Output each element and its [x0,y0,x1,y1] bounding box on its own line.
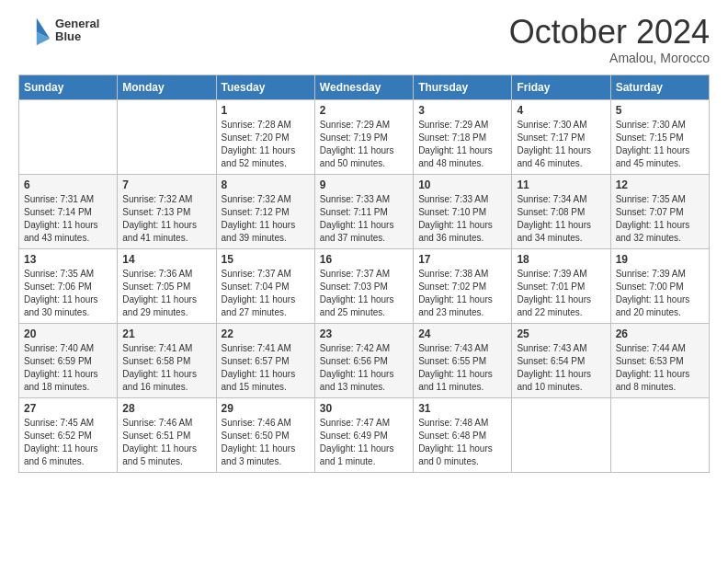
logo: General Blue [18,14,99,47]
day-number: 4 [517,104,605,117]
weekday-header: Friday [512,75,610,99]
day-number: 24 [418,327,506,340]
logo-line1: General [55,17,99,30]
week-row: 27Sunrise: 7:45 AM Sunset: 6:52 PM Dayli… [19,397,710,472]
day-number: 31 [418,402,506,415]
day-info: Sunrise: 7:43 AM Sunset: 6:55 PM Dayligh… [418,342,506,394]
weekday-header: Wednesday [314,75,413,99]
day-number: 12 [616,178,704,191]
day-info: Sunrise: 7:39 AM Sunset: 7:00 PM Dayligh… [616,268,704,319]
calendar-cell: 25Sunrise: 7:43 AM Sunset: 6:54 PM Dayli… [512,323,610,397]
calendar-cell: 8Sunrise: 7:32 AM Sunset: 7:12 PM Daylig… [216,174,314,248]
week-row: 6Sunrise: 7:31 AM Sunset: 7:14 PM Daylig… [19,174,710,248]
day-info: Sunrise: 7:28 AM Sunset: 7:20 PM Dayligh… [222,119,310,170]
day-info: Sunrise: 7:46 AM Sunset: 6:50 PM Dayligh… [222,417,310,468]
day-number: 7 [122,178,210,191]
calendar-cell: 4Sunrise: 7:30 AM Sunset: 7:17 PM Daylig… [512,99,610,174]
day-info: Sunrise: 7:39 AM Sunset: 7:01 PM Dayligh… [517,268,605,319]
weekday-header: Thursday [414,75,512,99]
day-number: 3 [418,104,506,117]
logo-line2: Blue [55,30,99,43]
week-row: 20Sunrise: 7:40 AM Sunset: 6:59 PM Dayli… [19,323,710,397]
day-number: 22 [222,327,310,340]
calendar-cell: 7Sunrise: 7:32 AM Sunset: 7:13 PM Daylig… [118,174,216,248]
day-number: 26 [616,327,704,340]
day-number: 15 [222,253,310,266]
day-number: 9 [320,178,408,191]
day-number: 14 [122,253,210,266]
day-number: 19 [616,253,704,266]
day-info: Sunrise: 7:43 AM Sunset: 6:54 PM Dayligh… [517,342,605,394]
calendar-cell: 18Sunrise: 7:39 AM Sunset: 7:01 PM Dayli… [512,248,610,323]
header-row: SundayMondayTuesdayWednesdayThursdayFrid… [19,75,710,99]
day-number: 10 [418,178,506,191]
day-number: 1 [222,104,310,117]
day-info: Sunrise: 7:44 AM Sunset: 6:53 PM Dayligh… [616,342,704,394]
calendar-cell: 30Sunrise: 7:47 AM Sunset: 6:49 PM Dayli… [314,397,413,472]
calendar-cell: 19Sunrise: 7:39 AM Sunset: 7:00 PM Dayli… [610,248,709,323]
day-number: 25 [517,327,605,340]
day-number: 8 [222,178,310,191]
day-info: Sunrise: 7:34 AM Sunset: 7:08 PM Dayligh… [517,193,605,245]
day-number: 28 [122,402,210,415]
calendar-cell: 17Sunrise: 7:38 AM Sunset: 7:02 PM Dayli… [414,248,512,323]
day-info: Sunrise: 7:35 AM Sunset: 7:06 PM Dayligh… [24,268,112,319]
title-block: October 2024 Amalou, Morocco [509,14,710,65]
day-info: Sunrise: 7:35 AM Sunset: 7:07 PM Dayligh… [616,193,704,245]
calendar-cell: 27Sunrise: 7:45 AM Sunset: 6:52 PM Dayli… [19,397,118,472]
day-number: 21 [122,327,210,340]
day-info: Sunrise: 7:41 AM Sunset: 6:57 PM Dayligh… [222,342,310,394]
day-info: Sunrise: 7:38 AM Sunset: 7:02 PM Dayligh… [418,268,506,319]
day-info: Sunrise: 7:37 AM Sunset: 7:03 PM Dayligh… [320,268,408,319]
day-number: 5 [616,104,704,117]
day-number: 30 [320,402,408,415]
day-info: Sunrise: 7:33 AM Sunset: 7:11 PM Dayligh… [320,193,408,245]
day-info: Sunrise: 7:29 AM Sunset: 7:19 PM Dayligh… [320,119,408,170]
day-info: Sunrise: 7:48 AM Sunset: 6:48 PM Dayligh… [418,417,506,468]
calendar-cell [19,99,118,174]
day-info: Sunrise: 7:46 AM Sunset: 6:51 PM Dayligh… [122,417,210,468]
calendar-cell: 13Sunrise: 7:35 AM Sunset: 7:06 PM Dayli… [19,248,118,323]
day-number: 13 [24,253,112,266]
logo-text: General Blue [55,17,99,44]
calendar-cell: 12Sunrise: 7:35 AM Sunset: 7:07 PM Dayli… [610,174,709,248]
calendar-cell: 9Sunrise: 7:33 AM Sunset: 7:11 PM Daylig… [314,174,413,248]
day-info: Sunrise: 7:31 AM Sunset: 7:14 PM Dayligh… [24,193,112,245]
day-info: Sunrise: 7:45 AM Sunset: 6:52 PM Dayligh… [24,417,112,468]
calendar-cell: 21Sunrise: 7:41 AM Sunset: 6:58 PM Dayli… [118,323,216,397]
calendar-cell: 16Sunrise: 7:37 AM Sunset: 7:03 PM Dayli… [314,248,413,323]
calendar-cell: 24Sunrise: 7:43 AM Sunset: 6:55 PM Dayli… [414,323,512,397]
day-info: Sunrise: 7:30 AM Sunset: 7:15 PM Dayligh… [616,119,704,170]
calendar-table: SundayMondayTuesdayWednesdayThursdayFrid… [18,75,710,473]
calendar-cell: 6Sunrise: 7:31 AM Sunset: 7:14 PM Daylig… [19,174,118,248]
calendar-cell: 14Sunrise: 7:36 AM Sunset: 7:05 PM Dayli… [118,248,216,323]
day-info: Sunrise: 7:42 AM Sunset: 6:56 PM Dayligh… [320,342,408,394]
month-title: October 2024 [509,14,710,51]
day-info: Sunrise: 7:32 AM Sunset: 7:12 PM Dayligh… [222,193,310,245]
calendar-cell [118,99,216,174]
day-number: 16 [320,253,408,266]
calendar-cell: 2Sunrise: 7:29 AM Sunset: 7:19 PM Daylig… [314,99,413,174]
header: General Blue October 2024 Amalou, Morocc… [18,14,710,65]
svg-rect-0 [18,14,51,47]
day-number: 11 [517,178,605,191]
week-row: 1Sunrise: 7:28 AM Sunset: 7:20 PM Daylig… [19,99,710,174]
calendar-cell: 23Sunrise: 7:42 AM Sunset: 6:56 PM Dayli… [314,323,413,397]
location: Amalou, Morocco [509,51,710,65]
calendar-cell: 31Sunrise: 7:48 AM Sunset: 6:48 PM Dayli… [414,397,512,472]
calendar-cell [610,397,709,472]
day-number: 20 [24,327,112,340]
calendar-cell: 11Sunrise: 7:34 AM Sunset: 7:08 PM Dayli… [512,174,610,248]
calendar-cell: 26Sunrise: 7:44 AM Sunset: 6:53 PM Dayli… [610,323,709,397]
day-number: 23 [320,327,408,340]
day-info: Sunrise: 7:29 AM Sunset: 7:18 PM Dayligh… [418,119,506,170]
weekday-header: Monday [118,75,216,99]
calendar-cell [512,397,610,472]
calendar-cell: 20Sunrise: 7:40 AM Sunset: 6:59 PM Dayli… [19,323,118,397]
weekday-header: Sunday [19,75,118,99]
logo-icon [18,14,51,47]
weekday-header: Tuesday [216,75,314,99]
day-info: Sunrise: 7:30 AM Sunset: 7:17 PM Dayligh… [517,119,605,170]
day-info: Sunrise: 7:41 AM Sunset: 6:58 PM Dayligh… [122,342,210,394]
day-info: Sunrise: 7:32 AM Sunset: 7:13 PM Dayligh… [122,193,210,245]
